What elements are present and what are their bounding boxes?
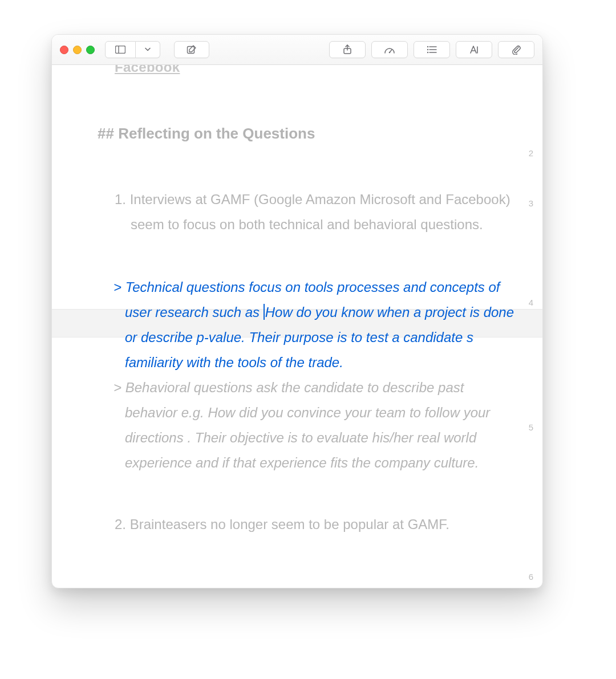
- text-style-icon: [469, 45, 479, 54]
- blockquote-active: > Technical questions focus on tools pro…: [98, 275, 515, 375]
- quote-text: Behavioral questions ask the candidate t…: [125, 380, 490, 470]
- list-icon: [427, 46, 437, 54]
- svg-point-8: [427, 49, 428, 50]
- heading-prefix: ##: [98, 125, 114, 142]
- svg-rect-0: [116, 46, 125, 54]
- share-icon: [343, 44, 352, 55]
- list-number: 1.: [115, 192, 126, 207]
- quote-marker: >: [114, 279, 121, 295]
- editor-area[interactable]: 2 3 4 5 6 Facebook ## Reflecting on the …: [52, 65, 542, 588]
- chevron-down-icon: [145, 47, 151, 52]
- truncated-heading: Facebook: [98, 65, 515, 80]
- svg-line-5: [390, 50, 392, 52]
- heading-text: Facebook: [115, 65, 180, 75]
- attach-button[interactable]: [498, 41, 534, 58]
- paragraph-text: Interviews at GAMF (Google Amazon Micros…: [130, 192, 510, 232]
- minimize-window[interactable]: [73, 46, 82, 54]
- heading-text: Reflecting on the Questions: [118, 125, 315, 142]
- sidebar-toggle-group: [105, 41, 160, 58]
- paragraph-text: Brainteasers no longer seem to be popula…: [130, 517, 449, 532]
- sidebar-icon: [115, 46, 125, 54]
- text-caret: [264, 304, 265, 320]
- list-item: 2. Brainteasers no longer seem to be pop…: [98, 512, 515, 537]
- compose-button[interactable]: [174, 41, 209, 58]
- outline-button[interactable]: [414, 41, 450, 58]
- list-number: 2.: [115, 517, 126, 532]
- zoom-window[interactable]: [86, 46, 95, 54]
- svg-point-10: [427, 52, 428, 53]
- sidebar-toggle-button[interactable]: [105, 41, 136, 58]
- quote-marker: >: [114, 380, 121, 395]
- sidebar-menu-button[interactable]: [136, 41, 160, 58]
- share-button[interactable]: [329, 41, 366, 58]
- svg-point-6: [427, 46, 428, 47]
- titlebar: [52, 35, 542, 65]
- stats-button[interactable]: [371, 41, 408, 58]
- paperclip-icon: [511, 44, 521, 55]
- compose-icon: [187, 44, 197, 55]
- close-window[interactable]: [60, 46, 68, 54]
- text-style-button[interactable]: [456, 41, 492, 58]
- app-window: 2 3 4 5 6 Facebook ## Reflecting on the …: [51, 34, 543, 588]
- window-controls: [60, 46, 95, 54]
- blockquote: > Behavioral questions ask the candidate…: [98, 375, 515, 475]
- list-item: 1. Interviews at GAMF (Google Amazon Mic…: [98, 187, 515, 237]
- section-heading: ## Reflecting on the Questions: [98, 121, 515, 146]
- gauge-icon: [384, 45, 395, 54]
- line-number: 6: [529, 572, 533, 582]
